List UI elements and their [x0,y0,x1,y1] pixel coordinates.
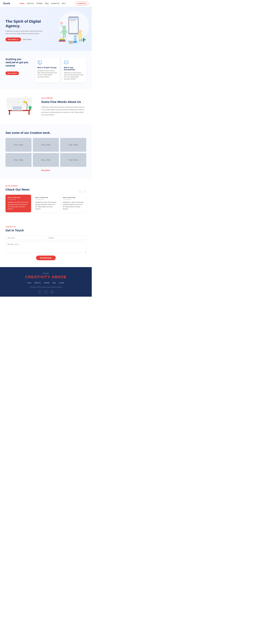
svg-rect-52 [29,111,30,115]
portfolio-item-5[interactable]: 370px / 280px [33,153,59,167]
contact-title: Get in Touch [6,229,86,232]
blog-card-2-date: 17 March 2019 [35,199,56,200]
services-get-in-touch-button[interactable]: Get in Touch [6,72,19,75]
portfolio-grid: 370px / 280px 370px / 280px 370px / 280p… [6,138,86,167]
hero-illustration [46,14,86,47]
svg-rect-25 [60,38,65,40]
service-card-dev: </> Web & App Development Vestibulum ac … [62,58,86,82]
monitor-icon [38,60,42,65]
hero-bg-circle [59,11,89,41]
about-section: OUR COMPANY Some Fine Words About Us Ves… [0,89,92,124]
show-more-link[interactable]: Show More. [41,170,51,171]
footer-nav-blog[interactable]: Blog. [53,282,56,284]
dribbble-icon[interactable]: d [50,290,54,294]
blog-card-3-date: 17 March 2019 [63,199,84,200]
blog-next-button[interactable]: → [83,190,86,193]
nav-lang[interactable]: EN ▾ [62,2,66,4]
subject-input[interactable] [47,236,86,240]
email-input[interactable] [6,236,45,240]
hero-title: The Spirit of Digital Agency. [6,19,46,28]
about-text: OUR COMPANY Some Fine Words About Us Ves… [41,98,86,116]
navbar: Doob Home. About Us. Portfolio. Blog. Co… [0,0,92,7]
blog-card-2: NEW ADVENTURE 17 March 2019 Vestibulum a… [33,195,59,212]
services-cards: Web & Graphic Design Vestibulum ac diam … [35,58,86,82]
blog-cards: NEW ADVENTURE 17 March 2019 Vestibulum a… [6,195,86,212]
service-dev-desc: Vestibulum ac diam sit amet quam vehicul… [64,72,84,80]
services-left: Anything you need,we've got you covered … [6,58,31,75]
portfolio-section: See some of our Creative work. 370px / 2… [0,124,92,178]
portfolio-item-1[interactable]: 370px / 280px [6,138,32,152]
footer-nav: Home. About Us. Portfolio. Blog. Contact… [6,282,86,284]
blog-header: BLOG STORIES Check Our News ← → [6,185,86,195]
portfolio-item-2[interactable]: 370px / 280px [33,138,59,152]
portfolio-item-4[interactable]: 370px / 280px [6,153,32,167]
contact-form: Send Message [6,236,86,260]
services-section: Anything you need,we've got you covered … [0,51,92,89]
hero-buttons: More About us Get in Touch. [6,38,46,41]
svg-text:</>: </> [65,62,68,64]
footer-logo: DOOR [6,272,86,274]
portfolio-title: See some of our Creative work. [6,131,86,135]
nav-home[interactable]: Home. [20,2,25,4]
svg-rect-51 [9,111,10,115]
get-in-touch-button[interactable]: Get in Touch. [23,38,32,40]
hero-section: The Spirit of Digital Agency. Vestibulum… [0,7,92,51]
svg-point-30 [69,42,74,44]
service-dev-title: Web & App Development [64,66,84,70]
more-about-us-button[interactable]: More About us [6,38,21,41]
hero-phone-container [56,14,86,47]
hero-text: The Spirit of Digital Agency. Vestibulum… [6,19,46,41]
svg-rect-23 [59,40,66,42]
send-message-button[interactable]: Send Message [36,256,56,260]
blog-card-3: NEW ADVENTURE 17 March 2019 Vestibulum a… [61,195,86,212]
services-heading: Anything you need,we've got you covered [6,58,31,67]
form-row-1 [6,236,86,240]
facebook-icon[interactable]: f [38,290,42,294]
blog-label: BLOG STORIES [6,185,86,187]
footer-nav-about[interactable]: About Us. [35,282,41,284]
nav-logo: Doob [3,2,10,5]
footer-nav-home[interactable]: Home. [27,282,32,284]
footer-copyright: Copyright © 2019.Company name All rights… [6,286,86,288]
show-more-container: Show More. [6,169,86,172]
footer: DOOR CREATIVITY ABOVE Home. About Us. Po… [0,267,92,297]
contact-label: CONTACT US [6,226,86,228]
svg-rect-54 [13,106,22,110]
nav-portfolio[interactable]: Portfolio. [37,2,43,4]
blog-card-1-tag: NEW ADVENTURE [8,197,29,198]
nav-contact[interactable]: Contact Us. [51,2,60,4]
blog-card-3-excerpt: Vestibulum ac diam sit amet quam vehicul… [63,201,84,210]
footer-nav-contact[interactable]: Contact. [59,282,65,284]
blog-card-2-tag: NEW ADVENTURE [35,197,56,198]
service-design-desc: Vestibulum ac diam sit amet quam vehicul… [38,70,58,78]
blog-title: Check Our News [6,188,86,192]
hero-description: Vestibulum ac diam sit amet quam vehicul… [6,30,46,35]
nav-about[interactable]: About Us. [27,2,34,4]
blog-prev-button[interactable]: ← [79,190,82,193]
form-submit: Send Message [6,256,86,260]
portfolio-item-3[interactable]: 370px / 280px [60,138,86,152]
blog-card-1-date: 17 March 2019 [8,199,29,200]
footer-brand: CREATIVITY ABOVE [6,275,86,279]
nav-links: Home. About Us. Portfolio. Blog. Contact… [20,2,66,4]
service-card-design: Web & Graphic Design Vestibulum ac diam … [35,58,60,82]
twitter-icon[interactable]: t [44,290,48,294]
footer-social: f t d [6,290,86,294]
contact-section: CONTACT US Get in Touch Send Message [0,219,92,267]
footer-nav-portfolio[interactable]: Portfolio. [44,282,50,284]
svg-rect-55 [12,110,23,110]
code-icon: </> [64,60,69,65]
blog-section: BLOG STORIES Check Our News ← → NEW ADVE… [0,178,92,219]
svg-rect-27 [84,39,86,40]
services-inner: Anything you need,we've got you covered … [6,58,86,82]
about-label: OUR COMPANY [41,98,86,99]
blog-nav: ← → [79,190,86,193]
about-illustration [6,96,36,117]
about-desc: Vestibulum ac diam sit amet quam vehicul… [41,106,86,116]
svg-point-58 [23,101,27,103]
portfolio-item-6[interactable]: 370px / 280px [60,153,86,167]
message-input[interactable] [6,242,86,253]
nav-blog[interactable]: Blog. [45,2,49,4]
nav-contact-button[interactable]: Contact Us [75,2,88,5]
about-title: Some Fine Words About Us [41,100,86,104]
